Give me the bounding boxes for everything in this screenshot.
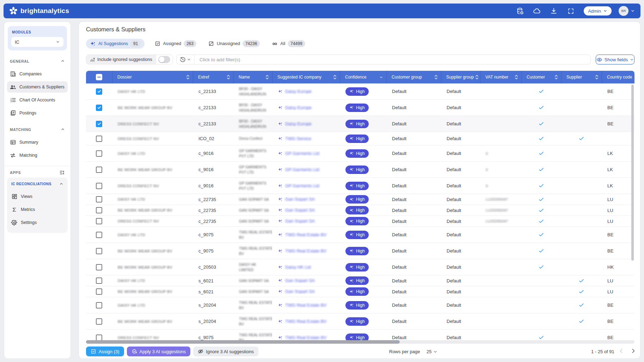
brand-logo[interactable]: brightanalytics	[9, 7, 69, 15]
row-checkbox[interactable]	[96, 167, 102, 173]
row-checkbox[interactable]	[96, 105, 102, 111]
row-checkbox[interactable]	[96, 150, 102, 157]
suggested-company-link[interactable]: Daisy Europe	[285, 121, 312, 126]
suggested-company-link[interactable]: TWG Real Estate BV	[285, 249, 326, 254]
assign-button[interactable]: Assign (3)	[86, 347, 124, 356]
horizontal-scrollbar[interactable]	[86, 340, 634, 344]
row-checkbox[interactable]	[96, 88, 102, 95]
apply-ai-suggestions-button[interactable]: Apply 3 AI suggestions	[127, 347, 191, 356]
sort-icon[interactable]	[474, 75, 479, 80]
suggested-company-link[interactable]: Gan Sopart SA	[285, 289, 315, 294]
sidebar-item-customers-suppliers[interactable]: Customers & Suppliers	[7, 81, 68, 93]
sort-icon[interactable]	[332, 75, 337, 80]
column-header-extref[interactable]: Extref	[193, 71, 233, 83]
sidebar-item-settings[interactable]: Settings	[8, 217, 66, 228]
ignore-ai-suggestions-button[interactable]: Ignore 3 AI suggestions	[193, 347, 258, 356]
tab-ai-suggestions[interactable]: AI Suggestions91	[86, 39, 145, 49]
column-header-vat[interactable]: VAT number	[480, 71, 521, 83]
suggested-company-link[interactable]: GP Garments Ltd	[285, 183, 319, 188]
country-code-value: BE	[607, 121, 613, 126]
chevron-up-icon[interactable]	[61, 126, 65, 133]
row-checkbox[interactable]	[96, 136, 102, 142]
include-ignored-toggle[interactable]	[158, 56, 170, 63]
tab-all[interactable]: All74499	[270, 39, 307, 49]
suggested-company-link[interactable]: Daisy HK Ltd	[285, 265, 311, 270]
suggested-company-link[interactable]: TWG Real Estate BV	[285, 232, 326, 237]
suggested-company-link[interactable]: TWG Real Estate BV	[285, 303, 326, 308]
sort-icon[interactable]	[594, 75, 599, 80]
admin-menu-button[interactable]: Admin	[584, 6, 612, 15]
sidebar-item-matching[interactable]: Matching	[7, 150, 68, 161]
suggested-company-link[interactable]: Daisy Europe	[285, 105, 312, 110]
row-checkbox[interactable]	[96, 288, 102, 295]
filter-input[interactable]: Click to add filter(s)	[195, 55, 245, 64]
row-checkbox[interactable]	[96, 318, 102, 325]
suggested-company-link[interactable]: Gan Sopart SA	[285, 278, 315, 283]
row-checkbox[interactable]	[96, 207, 102, 213]
next-page-button[interactable]	[630, 348, 636, 354]
avatar[interactable]: BR	[619, 6, 628, 16]
fullscreen-icon[interactable]	[567, 7, 575, 15]
cloud-icon[interactable]	[533, 7, 541, 15]
column-label: Customer group	[392, 75, 422, 80]
sort-icon[interactable]	[225, 75, 230, 80]
column-header-suggested[interactable]: Suggested IC company	[272, 71, 340, 83]
column-header-dossier[interactable]: Dossier	[112, 71, 193, 83]
row-checkbox[interactable]	[96, 232, 102, 238]
row-checkbox[interactable]	[96, 277, 102, 284]
column-header-customer_group[interactable]: Customer group	[386, 71, 441, 83]
row-checkbox[interactable]	[96, 183, 102, 189]
rows-per-page-select[interactable]: 25	[427, 349, 437, 354]
row-checkbox[interactable]	[96, 218, 102, 224]
row-checkbox[interactable]	[96, 196, 102, 202]
suggested-company-link[interactable]: GP Garments Ltd	[285, 167, 319, 172]
column-header-customer[interactable]: Customer	[521, 71, 561, 83]
suggested-company-link[interactable]: Gan Sopart SA	[285, 197, 315, 202]
show-fields-button[interactable]: Show fields	[596, 55, 634, 64]
sort-icon[interactable]	[433, 75, 438, 80]
row-checkbox[interactable]	[96, 248, 102, 254]
sidebar-item-chart-of-accounts[interactable]: Chart Of Accounts	[7, 94, 68, 106]
sort-icon[interactable]	[185, 75, 190, 80]
sidebar-item-postings[interactable]: Postings	[7, 107, 68, 119]
suggested-company-link[interactable]: Daisy Europe	[285, 89, 312, 94]
suggested-company-link[interactable]: TWG Real Estate BV	[285, 335, 326, 340]
select-all-checkbox[interactable]	[96, 74, 102, 80]
database-clock-icon[interactable]	[516, 7, 524, 15]
row-checkbox[interactable]	[96, 302, 102, 308]
filter-history-button[interactable]	[177, 55, 195, 64]
sort-icon[interactable]	[513, 75, 518, 80]
sort-icon[interactable]	[553, 75, 558, 80]
row-checkbox[interactable]	[96, 335, 102, 341]
sort-icon[interactable]	[264, 75, 269, 80]
column-header-country[interactable]: Country code	[602, 71, 634, 83]
filter-chevron-icon[interactable]	[378, 75, 383, 79]
row-checkbox[interactable]	[96, 264, 102, 270]
tab-assigned[interactable]: Assigned263	[152, 39, 198, 49]
tab-unassigned[interactable]: Unassigned74236	[206, 39, 262, 49]
column-header-confidence[interactable]: Confidence	[340, 71, 386, 83]
suggested-company-link[interactable]: TWG Real Estate BV	[285, 319, 326, 324]
module-select[interactable]: IC	[11, 37, 63, 47]
column-header-name[interactable]: Name	[233, 71, 272, 83]
suggested-company-link[interactable]: GP Garments Ltd	[285, 151, 319, 156]
suggested-company-link[interactable]: TWG Service	[285, 136, 311, 141]
suggested-company-link[interactable]: Gan Sopart SA	[285, 219, 315, 224]
include-ignored-label-segment[interactable]: Include ignored suggestions	[86, 55, 156, 64]
vertical-scrollbar-thumb[interactable]	[631, 85, 634, 261]
sidebar-item-companies[interactable]: Companies	[7, 68, 68, 80]
download-icon[interactable]	[550, 7, 558, 15]
column-header-supplier[interactable]: Supplier	[561, 71, 602, 83]
suggested-company-link[interactable]: Gan Sopart SA	[285, 208, 315, 213]
sidebar-item-views[interactable]: Views	[8, 191, 66, 202]
user-chevron-down-icon[interactable]	[631, 9, 635, 13]
sidebar-item-summary[interactable]: Summary	[7, 137, 68, 148]
horizontal-scrollbar-thumb[interactable]	[86, 340, 400, 344]
chevron-up-icon[interactable]	[61, 58, 65, 64]
chevron-up-icon[interactable]	[59, 182, 63, 186]
row-checkbox[interactable]	[96, 121, 102, 127]
previous-page-button[interactable]	[618, 348, 624, 354]
sort-lines-icon[interactable]	[59, 170, 65, 175]
column-header-supplier_group[interactable]: Supplier group	[441, 71, 480, 83]
sidebar-item-metrics[interactable]: Metrics	[8, 204, 66, 215]
